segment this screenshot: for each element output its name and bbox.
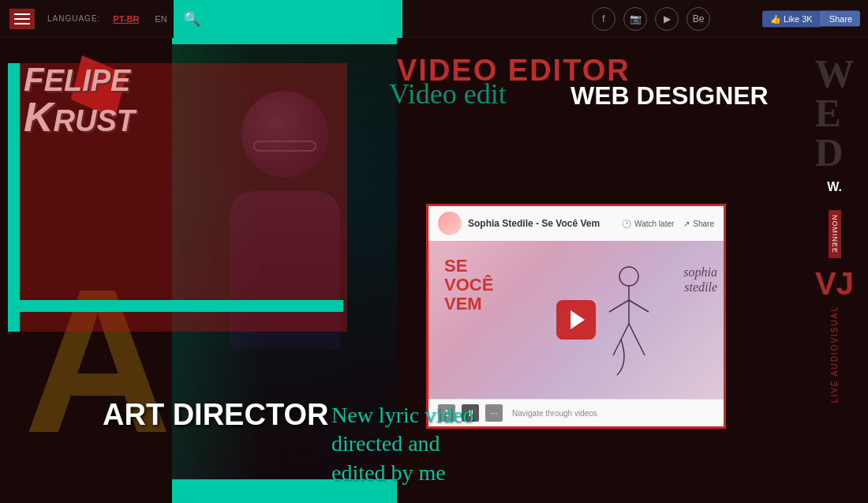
e-letter: E bbox=[815, 93, 855, 133]
lang-en-button[interactable]: EN bbox=[155, 14, 166, 24]
yt-share-button[interactable]: ↗ Share bbox=[683, 220, 714, 228]
hamburger-menu-button[interactable] bbox=[9, 9, 35, 29]
svg-line-2 bbox=[609, 300, 629, 312]
yt-header: Sophia Stedile - Se Você Vem 🕐 Watch lat… bbox=[428, 206, 724, 241]
search-icon: 🔍 bbox=[183, 10, 200, 28]
watch-later-label: Watch later bbox=[634, 220, 674, 228]
fb-like-button[interactable]: 👍 Like 3K bbox=[762, 10, 821, 27]
art-director-title: ART DIRECTOR bbox=[103, 398, 328, 432]
yt-title: Sophia Stedile - Se Você Vem bbox=[468, 218, 615, 229]
behance-icon[interactable]: Be bbox=[687, 7, 710, 31]
annotation-line3: edited by me bbox=[331, 459, 473, 487]
clock-icon: 🕐 bbox=[622, 220, 631, 228]
right-sidebar: W E D W. Nominee VJ LIVE AUDIOVISUAL bbox=[801, 38, 868, 503]
vj-label: VJ bbox=[815, 266, 854, 302]
svg-line-5 bbox=[629, 324, 645, 355]
svg-point-0 bbox=[619, 267, 638, 286]
header-social-icons: f 📷 ▶ Be bbox=[592, 7, 710, 31]
instagram-icon[interactable]: 📷 bbox=[623, 7, 647, 31]
header: LANGUAGE: PT-BR EN 🔍 f 📷 ▶ Be 👍 Like 3K … bbox=[0, 0, 868, 38]
video-edit-handwritten: Video edit bbox=[389, 77, 507, 111]
annotation-line1: New lyric video bbox=[331, 401, 473, 430]
artist-name-line2: stedile bbox=[684, 280, 717, 294]
facebook-icon[interactable]: f bbox=[592, 7, 615, 31]
yt-thumbnail: SE VOCÊ VEM sophia stedil bbox=[428, 241, 724, 399]
yt-play-button[interactable] bbox=[556, 300, 596, 340]
yt-actions: 🕐 Watch later ↗ Share bbox=[622, 220, 714, 228]
share-icon: ↗ bbox=[683, 220, 690, 228]
fb-share-button[interactable]: Share bbox=[821, 11, 860, 27]
yt-song-title: SE VOCÊ VEM bbox=[444, 257, 493, 314]
web-letters: W E D bbox=[815, 54, 855, 172]
live-audiovisual-label: LIVE AUDIOVISUAL bbox=[830, 306, 839, 403]
fb-like-share: 👍 Like 3K Share bbox=[762, 10, 860, 27]
line-art-svg bbox=[589, 261, 668, 379]
artist-name-line1: sophia bbox=[683, 265, 717, 279]
svg-line-3 bbox=[629, 300, 649, 312]
handwritten-annotation: New lyric video directed and edited by m… bbox=[331, 401, 473, 487]
w-dot: W. bbox=[827, 180, 842, 194]
yt-dots-button[interactable]: ··· bbox=[485, 404, 503, 422]
song-line-1: SE bbox=[444, 256, 467, 276]
w-letter: W bbox=[815, 54, 855, 93]
annotation-line2: directed and bbox=[331, 430, 473, 458]
youtube-player[interactable]: Sophia Stedile - Se Você Vem 🕐 Watch lat… bbox=[426, 204, 726, 429]
yt-artist-name: sophia stedile bbox=[683, 265, 717, 295]
teal-bar-top bbox=[172, 38, 397, 44]
teal-bottom-stripe bbox=[8, 300, 343, 312]
yt-avatar bbox=[438, 212, 462, 235]
song-line-3: VEM bbox=[444, 294, 482, 313]
header-left: LANGUAGE: PT-BR EN bbox=[0, 9, 167, 29]
yt-line-art bbox=[582, 257, 676, 383]
watch-later-button[interactable]: 🕐 Watch later bbox=[622, 220, 674, 228]
web-designer-title: WEB DESIGNER bbox=[571, 81, 769, 111]
teal-left-stripe bbox=[8, 63, 20, 332]
lang-pt-button[interactable]: PT-BR bbox=[113, 14, 139, 24]
d-letter: D bbox=[815, 133, 855, 172]
yt-nav-label: Navigate through videos bbox=[512, 409, 597, 418]
red-overlay-bg bbox=[16, 63, 347, 332]
language-label: LANGUAGE: bbox=[47, 14, 100, 23]
song-line-2: VOCÊ bbox=[444, 275, 493, 295]
nominee-badge: Nominee bbox=[829, 210, 841, 258]
yt-share-label: Share bbox=[693, 220, 714, 228]
youtube-icon[interactable]: ▶ bbox=[655, 7, 679, 31]
search-bar[interactable]: 🔍 bbox=[174, 0, 402, 38]
